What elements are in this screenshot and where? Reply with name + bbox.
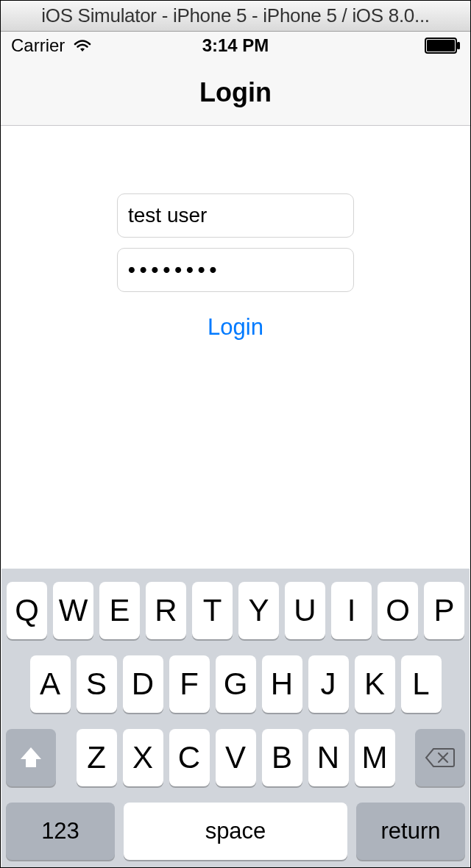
- space-key[interactable]: space: [124, 803, 347, 860]
- key-y[interactable]: Y: [238, 582, 279, 639]
- battery-icon: [425, 38, 461, 54]
- nav-bar: Login: [1, 60, 470, 126]
- carrier-label: Carrier: [11, 35, 65, 56]
- keyboard-row-3: ZXCVBNM: [6, 729, 465, 786]
- key-f[interactable]: F: [169, 655, 210, 713]
- key-j[interactable]: J: [308, 655, 349, 713]
- key-x[interactable]: X: [123, 729, 163, 786]
- key-r[interactable]: R: [146, 582, 186, 639]
- key-s[interactable]: S: [77, 655, 117, 713]
- keyboard-row-4: 123 space return: [6, 803, 465, 860]
- keyboard-row-1: QWERTYUIOP: [6, 582, 465, 639]
- key-k[interactable]: K: [355, 655, 395, 713]
- return-key[interactable]: return: [356, 803, 465, 860]
- login-form: •••••••• Login: [1, 126, 470, 341]
- shift-key[interactable]: [6, 729, 56, 786]
- key-m[interactable]: M: [355, 729, 395, 786]
- svg-rect-2: [457, 42, 460, 49]
- svg-rect-1: [427, 40, 455, 51]
- ios-status-bar: Carrier 3:14 PM: [1, 32, 470, 60]
- mac-window-titlebar: iOS Simulator - iPhone 5 - iPhone 5 / iO…: [1, 1, 470, 32]
- key-a[interactable]: A: [30, 655, 71, 713]
- key-v[interactable]: V: [216, 729, 256, 786]
- key-n[interactable]: N: [308, 729, 349, 786]
- key-t[interactable]: T: [192, 582, 233, 639]
- key-b[interactable]: B: [262, 729, 302, 786]
- login-button[interactable]: Login: [208, 314, 263, 341]
- key-q[interactable]: Q: [7, 582, 47, 639]
- key-u[interactable]: U: [285, 582, 325, 639]
- numbers-key[interactable]: 123: [6, 803, 115, 860]
- key-i[interactable]: I: [331, 582, 372, 639]
- mac-window-title: iOS Simulator - iPhone 5 - iPhone 5 / iO…: [41, 4, 430, 27]
- ios-keyboard: QWERTYUIOP ASDFGHJKL ZXCVBNM 123 space r…: [1, 569, 470, 867]
- status-time: 3:14 PM: [202, 35, 269, 56]
- key-z[interactable]: Z: [77, 729, 117, 786]
- key-e[interactable]: E: [99, 582, 140, 639]
- key-g[interactable]: G: [216, 655, 256, 713]
- key-w[interactable]: W: [53, 582, 93, 639]
- key-d[interactable]: D: [123, 655, 163, 713]
- password-field[interactable]: ••••••••: [117, 248, 354, 292]
- page-title: Login: [199, 77, 272, 108]
- key-h[interactable]: H: [262, 655, 302, 713]
- key-c[interactable]: C: [169, 729, 210, 786]
- backspace-key[interactable]: [415, 729, 465, 786]
- key-o[interactable]: O: [378, 582, 418, 639]
- key-p[interactable]: P: [424, 582, 464, 639]
- wifi-icon: [72, 38, 93, 53]
- key-l[interactable]: L: [401, 655, 442, 713]
- status-left: Carrier: [11, 35, 93, 56]
- keyboard-row-2: ASDFGHJKL: [6, 655, 465, 713]
- username-field[interactable]: [117, 193, 354, 238]
